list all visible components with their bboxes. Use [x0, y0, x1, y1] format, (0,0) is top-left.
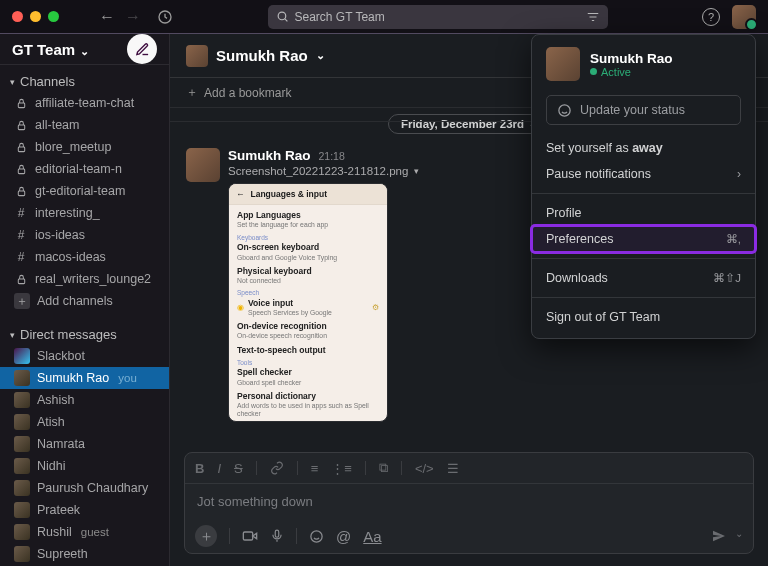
send-options-button[interactable]: ⌄ — [735, 528, 743, 544]
guest-badge: guest — [81, 526, 109, 538]
preferences-button[interactable]: Preferences ⌘, — [532, 226, 755, 252]
zoom-window-button[interactable] — [48, 11, 59, 22]
user-menu: Sumukh Rao Active Update your status Set… — [531, 34, 756, 339]
add-channels[interactable]: ＋ Add channels — [0, 290, 169, 312]
attachment-preview[interactable]: ← Languages & input App Languages Set th… — [228, 183, 388, 422]
channel-item[interactable]: #interesting_ — [0, 202, 169, 224]
dm-avatar — [14, 502, 30, 518]
global-search[interactable]: Search GT Team — [268, 5, 608, 29]
bullet-list-button[interactable]: ⋮≡ — [331, 461, 352, 476]
update-status-button[interactable]: Update your status — [546, 95, 741, 125]
set-away-button[interactable]: Set yourself as away — [532, 135, 755, 161]
composer-action-toolbar: ＋ @ Aa ⌄ — [185, 519, 753, 553]
dm-item[interactable]: Ashish — [0, 389, 169, 411]
user-menu-name: Sumukh Rao — [590, 51, 673, 66]
composer-input[interactable]: Jot something down — [185, 484, 753, 519]
send-button[interactable] — [711, 528, 727, 544]
topbar-right: ? — [702, 5, 756, 29]
conversation-avatar — [186, 45, 208, 67]
audio-button[interactable] — [270, 529, 284, 543]
mention-button[interactable]: @ — [336, 528, 351, 545]
video-button[interactable] — [242, 528, 258, 544]
titlebar: ← → Search GT Team ? — [0, 0, 768, 34]
dm-avatar — [14, 480, 30, 496]
close-window-button[interactable] — [12, 11, 23, 22]
history-icon[interactable] — [157, 9, 173, 25]
dm-item[interactable]: Sumukh Raoyou — [0, 367, 169, 389]
emoji-button[interactable] — [309, 529, 324, 544]
dm-name: Namrata — [37, 437, 85, 451]
dm-name: Supreeth — [37, 547, 88, 561]
dm-avatar — [14, 524, 30, 540]
profile-button[interactable]: Profile — [532, 200, 755, 226]
search-filter-icon[interactable] — [586, 10, 600, 24]
downloads-button[interactable]: Downloads ⌘⇧J — [532, 265, 755, 291]
help-icon[interactable]: ? — [702, 8, 720, 26]
workspace-switcher[interactable]: GT Team ⌄ — [0, 34, 169, 65]
conversation-title: Sumukh Rao — [216, 47, 308, 64]
dm-item[interactable]: Slackbot — [0, 345, 169, 367]
channels-section-header[interactable]: ▾ Channels — [0, 71, 169, 92]
composer-format-toolbar: B I S ≡ ⋮≡ ⧉ </> ☰ — [185, 453, 753, 484]
channel-item[interactable]: #macos-ideas — [0, 246, 169, 268]
dm-item[interactable]: Prateek — [0, 499, 169, 521]
italic-button[interactable]: I — [217, 461, 221, 476]
strike-button[interactable]: S — [234, 461, 243, 476]
signout-button[interactable]: Sign out of GT Team — [532, 304, 755, 330]
lock-icon — [14, 98, 28, 109]
channel-item[interactable]: #ios-ideas — [0, 224, 169, 246]
channel-item[interactable]: all-team — [0, 114, 169, 136]
date-divider[interactable]: Friday, December 23rd ⌄ — [388, 114, 550, 134]
pause-notifications-button[interactable]: Pause notifications › — [532, 161, 755, 187]
dm-item[interactable]: Rushilguest — [0, 521, 169, 543]
dm-item[interactable]: Supreeth — [0, 543, 169, 565]
forward-button[interactable]: → — [125, 8, 141, 26]
user-avatar-button[interactable] — [732, 5, 756, 29]
compose-button[interactable] — [127, 34, 157, 64]
caret-down-icon: ▾ — [10, 77, 15, 87]
channel-item[interactable]: gt-editorial-team — [0, 180, 169, 202]
channel-item[interactable]: real_writers_lounge2 — [0, 268, 169, 290]
dm-name: Ashish — [37, 393, 75, 407]
dm-item[interactable]: Nidhi — [0, 455, 169, 477]
attach-button[interactable]: ＋ — [195, 525, 217, 547]
downloads-shortcut: ⌘⇧J — [713, 271, 741, 285]
ordered-list-button[interactable]: ≡ — [311, 461, 319, 476]
message-avatar[interactable] — [186, 148, 220, 182]
chevron-down-icon: ⌄ — [316, 49, 325, 62]
update-status-label: Update your status — [580, 103, 685, 117]
minimize-window-button[interactable] — [30, 11, 41, 22]
dm-item[interactable]: Atish — [0, 411, 169, 433]
dms-section-header[interactable]: ▾ Direct messages — [0, 324, 169, 345]
profile-label: Profile — [546, 206, 581, 220]
dm-item[interactable]: Namrata — [0, 433, 169, 455]
user-menu-status: Active — [601, 66, 631, 78]
channel-item[interactable]: editorial-team-n — [0, 158, 169, 180]
add-bookmark-label: Add a bookmark — [204, 86, 291, 100]
blockquote-button[interactable]: ⧉ — [379, 460, 388, 476]
dm-item[interactable]: Paurush Chaudhary — [0, 477, 169, 499]
code-button[interactable]: </> — [415, 461, 434, 476]
back-button[interactable]: ← — [99, 8, 115, 26]
codeblock-button[interactable]: ☰ — [447, 461, 459, 476]
channel-name: all-team — [35, 118, 79, 132]
chevron-down-icon[interactable]: ▾ — [414, 166, 419, 176]
dm-name: Prateek — [37, 503, 80, 517]
dm-avatar — [14, 436, 30, 452]
caret-down-icon: ▾ — [10, 330, 15, 340]
attachment-title: Languages & input — [251, 189, 328, 199]
channel-item[interactable]: affiliate-team-chat — [0, 92, 169, 114]
date-divider-label: Friday, December 23rd — [401, 118, 524, 130]
formatting-toggle[interactable]: Aa — [363, 528, 381, 545]
message-author[interactable]: Sumukh Rao — [228, 148, 311, 163]
pause-notifications-label: Pause notifications — [546, 167, 651, 181]
emoji-icon — [557, 103, 572, 118]
channel-item[interactable]: blore_meetup — [0, 136, 169, 158]
downloads-label: Downloads — [546, 271, 608, 285]
link-button[interactable] — [270, 461, 284, 475]
user-menu-avatar — [546, 47, 580, 81]
bold-button[interactable]: B — [195, 461, 204, 476]
search-icon — [276, 10, 289, 23]
add-channels-label: Add channels — [37, 294, 113, 308]
channels-label: Channels — [20, 74, 75, 89]
